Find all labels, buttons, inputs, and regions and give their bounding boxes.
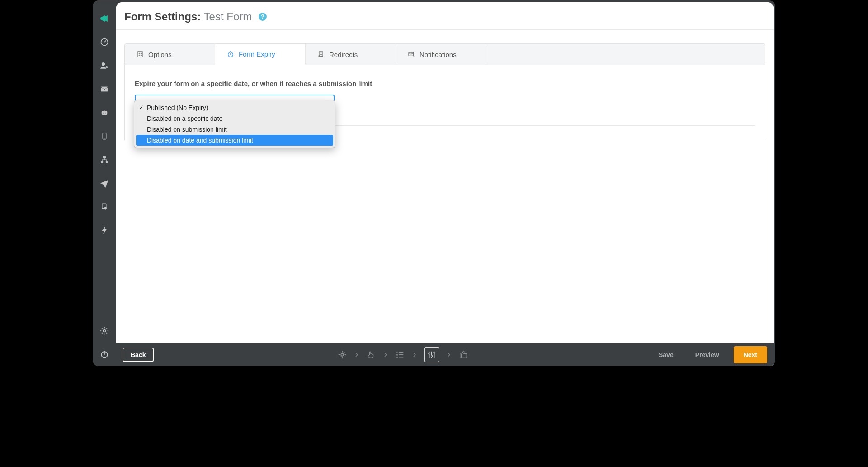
svg-point-14: [104, 330, 106, 332]
back-button[interactable]: Back: [123, 348, 154, 362]
tabs: Options Form Expiry Redirects Notificati…: [124, 43, 765, 65]
chevron-right-icon: [447, 353, 451, 357]
tab-label: Form Expiry: [239, 50, 275, 58]
sidebar: [93, 0, 116, 366]
expiry-dropdown: Published (No Expiry) Disabled on a spec…: [134, 100, 335, 148]
svg-point-13: [104, 207, 107, 210]
svg-point-28: [428, 353, 430, 354]
tab-options[interactable]: Options: [125, 44, 215, 65]
sidebar-item-certificate[interactable]: [98, 200, 111, 213]
chevron-right-icon: [383, 353, 388, 357]
svg-point-8: [104, 138, 105, 139]
svg-point-25: [396, 352, 398, 353]
bottom-bar: Back: [116, 343, 774, 366]
sidebar-item-send[interactable]: [98, 177, 111, 190]
svg-point-30: [433, 352, 435, 354]
chevron-right-icon: [412, 353, 417, 357]
sidebar-item-gear[interactable]: [98, 324, 111, 337]
tab-label: Notifications: [420, 51, 457, 58]
svg-point-2: [106, 67, 107, 68]
panel-form-expiry: Expire your form on a specific date, or …: [124, 65, 765, 140]
option-label: Published (No Expiry): [147, 104, 208, 111]
next-button[interactable]: Next: [734, 346, 767, 363]
step-list[interactable]: [395, 350, 405, 360]
expiry-option-date[interactable]: Disabled on a specific date: [136, 113, 333, 124]
svg-rect-9: [104, 157, 106, 158]
expiry-option-published[interactable]: Published (No Expiry): [136, 102, 333, 113]
page-header: Form Settings: Test Form ?: [116, 2, 774, 30]
sidebar-item-megaphone[interactable]: [98, 12, 111, 25]
svg-rect-11: [106, 161, 108, 163]
svg-point-5: [103, 113, 104, 114]
expiry-option-date-and-limit[interactable]: Disabled on date and submission limit: [136, 135, 333, 146]
tab-label: Options: [148, 51, 172, 58]
chevron-right-icon: [354, 353, 359, 357]
expiry-option-limit[interactable]: Disabled on submission limit: [136, 124, 333, 135]
main-content: Form Settings: Test Form ? Options Form …: [116, 2, 774, 366]
wizard-stepper: [337, 347, 468, 362]
svg-point-1: [102, 62, 105, 66]
sidebar-item-bot[interactable]: [98, 106, 111, 119]
app-shell: Form Settings: Test Form ? Options Form …: [92, 0, 776, 367]
sidebar-item-mobile[interactable]: [98, 130, 111, 143]
help-icon[interactable]: ?: [259, 13, 267, 21]
preview-button[interactable]: Preview: [688, 348, 726, 362]
svg-point-19: [139, 55, 140, 56]
page-title-label: Form Settings:: [124, 10, 201, 23]
svg-point-6: [105, 113, 106, 114]
tabs-container: Options Form Expiry Redirects Notificati…: [116, 30, 774, 140]
panel-heading: Expire your form on a specific date, or …: [135, 80, 755, 87]
step-sliders-current[interactable]: [424, 347, 439, 362]
svg-rect-4: [102, 111, 107, 115]
sidebar-item-sitemap[interactable]: [98, 153, 111, 166]
sidebar-item-user-settings[interactable]: [98, 59, 111, 72]
svg-point-24: [341, 353, 344, 356]
sidebar-item-bolt[interactable]: [98, 224, 111, 237]
svg-point-29: [431, 355, 433, 357]
tab-form-expiry[interactable]: Form Expiry: [215, 44, 306, 65]
svg-point-18: [141, 53, 142, 54]
svg-point-27: [396, 357, 398, 358]
sidebar-item-power[interactable]: [98, 348, 111, 361]
tab-label: Redirects: [329, 51, 358, 58]
svg-rect-16: [137, 52, 143, 57]
tab-redirects[interactable]: Redirects: [306, 44, 396, 65]
svg-rect-10: [101, 161, 103, 163]
option-label: Disabled on a specific date: [147, 115, 222, 122]
sidebar-item-mail[interactable]: [98, 83, 111, 95]
save-button[interactable]: Save: [651, 348, 681, 362]
tab-notifications[interactable]: Notifications: [396, 44, 486, 65]
step-gear[interactable]: [337, 350, 347, 360]
svg-rect-3: [101, 87, 108, 91]
step-hand[interactable]: [366, 350, 376, 360]
svg-point-20: [141, 55, 142, 56]
step-thumbs-up[interactable]: [458, 350, 468, 360]
svg-point-17: [139, 53, 140, 54]
page-title: Form Settings: Test Form ?: [124, 10, 765, 23]
expiry-select-container: Published (No Expiry) Disabled on a spec…: [135, 95, 335, 113]
sidebar-item-dashboard[interactable]: [98, 36, 111, 48]
option-label: Disabled on submission limit: [147, 126, 227, 133]
option-label: Disabled on date and submission limit: [147, 137, 253, 144]
page-title-form-name: Test Form: [204, 10, 252, 23]
svg-point-26: [396, 354, 398, 356]
